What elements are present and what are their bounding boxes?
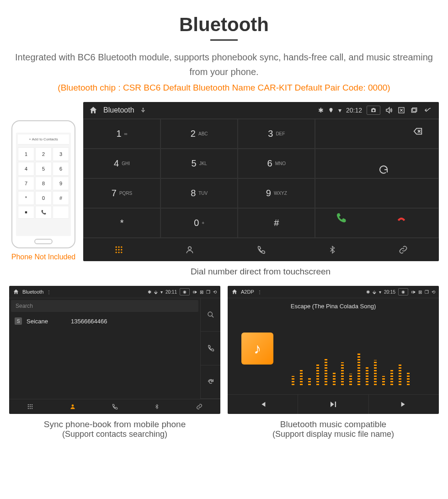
search-input[interactable]: Search <box>11 300 198 312</box>
next-track-button[interactable] <box>369 395 439 414</box>
phone-key: 5 <box>35 162 52 176</box>
back-icon[interactable] <box>422 106 433 114</box>
phone-key: 6 <box>53 162 69 176</box>
contacts-caption2: (Support contacts searching) <box>9 429 220 439</box>
status-time: 20:15 <box>384 290 395 295</box>
recent-icon[interactable]: ❐ <box>425 290 429 295</box>
viz-bar <box>382 376 385 385</box>
nav-phone[interactable] <box>94 399 136 414</box>
svg-point-7 <box>118 249 119 250</box>
phone-key: 9 <box>53 177 69 190</box>
dialkey-3[interactable]: 3DEF <box>238 119 315 149</box>
music-caption2: (Support display music file name) <box>228 429 439 439</box>
phone-key: 8 <box>35 177 52 190</box>
svg-point-10 <box>118 252 119 253</box>
nav-link[interactable] <box>178 399 220 414</box>
nav-bluetooth[interactable] <box>297 238 368 261</box>
wifi-icon: ▾ <box>338 107 341 114</box>
usb-icon <box>140 107 146 113</box>
dialkey-2[interactable]: 2ABC <box>160 119 238 149</box>
side-spacer <box>315 149 439 178</box>
close-icon[interactable] <box>398 107 405 114</box>
viz-bar <box>390 369 393 385</box>
back-icon[interactable]: ⟲ <box>213 290 217 295</box>
phone-call-icon: 📞 <box>35 206 52 219</box>
svg-point-13 <box>208 312 212 316</box>
dialkey-9[interactable]: 9WXYZ <box>238 178 315 208</box>
contacts-caption1: Sync phone-book from mobile phone <box>9 419 220 429</box>
call-button[interactable] <box>315 212 368 224</box>
dialkey-*[interactable]: * <box>83 208 160 238</box>
prev-track-button[interactable] <box>228 395 298 414</box>
dialkey-1[interactable]: 1∞ <box>83 119 160 149</box>
phone-action: ■ <box>18 206 34 219</box>
dialkey-#[interactable]: # <box>238 208 315 238</box>
svg-point-19 <box>32 406 32 407</box>
viz-bar <box>374 360 377 385</box>
viz-bar <box>308 378 311 385</box>
viz-bar <box>316 365 319 385</box>
status-time: 20:11 <box>165 290 177 295</box>
volume-icon[interactable]: 🕪 <box>192 290 197 295</box>
call-button[interactable] <box>201 332 220 365</box>
close-icon[interactable]: ⊠ <box>200 290 203 295</box>
recent-icon[interactable] <box>410 107 418 114</box>
viz-bar <box>366 367 368 385</box>
svg-point-8 <box>121 249 122 250</box>
phone-home-button <box>34 239 53 244</box>
svg-point-6 <box>115 249 117 250</box>
recent-icon[interactable]: ❐ <box>206 290 210 295</box>
location-icon: ⬙ <box>373 290 376 295</box>
dialkey-0[interactable]: 0+ <box>160 208 238 238</box>
nav-dialpad[interactable] <box>9 399 51 414</box>
refresh-icon[interactable] <box>378 164 389 177</box>
search-button[interactable] <box>201 298 220 332</box>
home-icon[interactable] <box>13 289 19 295</box>
backspace-icon[interactable] <box>411 126 425 138</box>
screenshot-icon[interactable]: ◉ <box>398 288 408 295</box>
volume-icon[interactable]: 🕪 <box>411 290 416 295</box>
nav-bluetooth[interactable] <box>136 399 178 414</box>
svg-point-18 <box>30 406 31 407</box>
nav-link[interactable] <box>368 238 439 261</box>
phone-key: 2 <box>35 147 52 161</box>
nav-dialpad[interactable] <box>83 238 155 261</box>
hangup-button[interactable] <box>375 215 428 224</box>
contact-row[interactable]: S Seicane 13566664466 <box>9 314 200 328</box>
close-icon[interactable]: ⊠ <box>418 290 422 295</box>
home-icon[interactable] <box>89 106 98 115</box>
track-title: Escape (The Pina Colada Song) <box>228 298 439 314</box>
status-time: 20:12 <box>346 107 362 114</box>
specs-text: (Bluetooth chip : CSR BC6 Default Blueto… <box>9 83 439 93</box>
screenshot-icon[interactable]: ◉ <box>180 288 190 295</box>
music-album-icon: ♪ <box>241 333 273 365</box>
svg-point-15 <box>30 404 31 405</box>
usb-icon: ⋮ <box>47 290 51 295</box>
back-icon[interactable]: ⟲ <box>432 290 435 295</box>
dialkey-6[interactable]: 6MNO <box>238 149 315 178</box>
side-wrap <box>315 178 439 208</box>
svg-point-14 <box>28 404 29 405</box>
svg-point-20 <box>28 408 29 409</box>
nav-contacts[interactable] <box>51 399 93 414</box>
contact-number: 13566664466 <box>71 318 107 325</box>
dialkey-4[interactable]: 4GHI <box>83 149 160 178</box>
volume-icon[interactable] <box>385 106 393 114</box>
svg-point-22 <box>32 408 32 409</box>
svg-point-4 <box>118 247 119 248</box>
nav-contacts[interactable] <box>155 238 226 261</box>
dialkey-7[interactable]: 7PQRS <box>83 178 160 208</box>
dialkey-8[interactable]: 8TUV <box>160 178 238 208</box>
contact-badge: S <box>15 317 22 325</box>
refresh-button[interactable] <box>201 365 220 399</box>
svg-point-3 <box>115 247 117 248</box>
screenshot-icon[interactable] <box>367 106 380 115</box>
viz-bar <box>349 374 352 385</box>
viz-bar <box>292 376 294 385</box>
nav-phone[interactable] <box>225 238 297 261</box>
dialkey-5[interactable]: 5JKL <box>160 149 238 178</box>
play-pause-button[interactable] <box>298 395 368 414</box>
bluetooth-icon: ✱ <box>148 290 151 295</box>
home-icon[interactable] <box>231 289 238 295</box>
description-text: Integrated with BC6 Bluetooth module, su… <box>9 50 439 79</box>
